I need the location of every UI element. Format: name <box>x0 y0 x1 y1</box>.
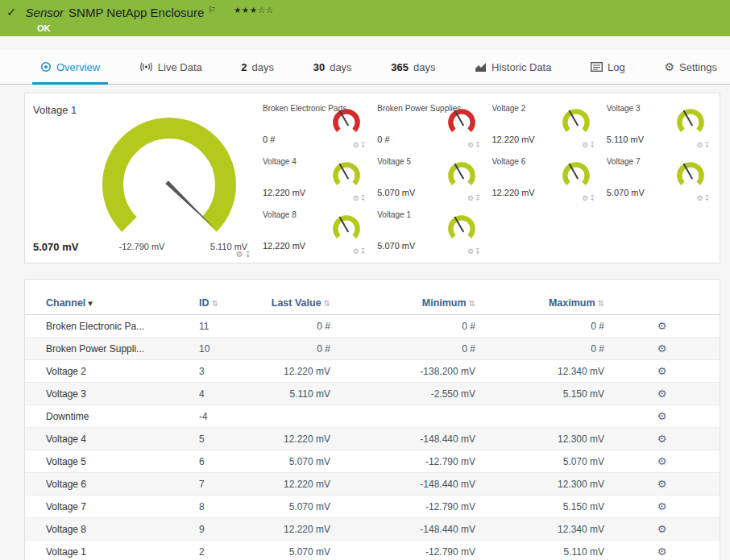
channel-settings-icon[interactable]: ⚙ <box>657 388 667 400</box>
gauge-gear-icon[interactable]: ⚙ <box>467 247 474 255</box>
gauge-actions: ⚙↧ <box>581 194 595 202</box>
sort-icon: ⇅ <box>598 299 604 308</box>
gauge-actions: ⚙↧ <box>352 194 367 202</box>
gauge-download-icon[interactable]: ↧ <box>703 194 710 202</box>
tab-log[interactable]: Log <box>581 50 635 84</box>
primary-gauge-label: Voltage 1 <box>33 104 77 116</box>
primary-gauge-min: -12.790 mV <box>102 242 182 251</box>
sort-icon: ⇅ <box>324 299 330 308</box>
cell-id: 2 <box>199 541 242 560</box>
tab-settings[interactable]: ⚙ Settings <box>654 50 727 84</box>
small-gauge[interactable]: Voltage 6 12.220 mV ⚙↧ <box>486 151 600 205</box>
channel-settings-icon[interactable]: ⚙ <box>657 455 667 467</box>
channel-table-panel: Channel▾ ID⇅ Last Value⇅ Minimum⇅ Maximu… <box>24 279 720 560</box>
gauge-value: 0 # <box>377 135 389 144</box>
cell-channel[interactable]: Voltage 1 <box>25 541 199 560</box>
small-gauge[interactable]: Voltage 2 12.220 mV ⚙↧ <box>486 98 600 151</box>
tab-live-data[interactable]: Live Data <box>130 50 212 84</box>
column-header-channel[interactable]: Channel▾ <box>25 291 199 315</box>
gauge-download-icon[interactable]: ↧ <box>703 141 710 149</box>
cell-settings: ⚙ <box>604 496 720 518</box>
gauge-actions: ⚙↧ <box>467 194 481 202</box>
gauge-actions: ⚙↧ <box>695 194 710 202</box>
gauge-download-icon[interactable]: ↧ <box>475 247 481 255</box>
tab-label: days <box>330 61 351 73</box>
channel-settings-icon[interactable]: ⚙ <box>657 500 667 512</box>
cell-channel[interactable]: Voltage 4 <box>25 428 199 450</box>
column-header-minimum[interactable]: Minimum⇅ <box>330 291 475 315</box>
small-gauge[interactable]: Voltage 4 12.220 mV ⚙↧ <box>256 151 371 205</box>
small-gauge[interactable]: Voltage 7 5.070 mV ⚙↧ <box>600 151 715 205</box>
gauge-download-icon[interactable]: ↧ <box>360 194 367 202</box>
cell-channel[interactable]: Voltage 3 <box>25 383 199 405</box>
cell-maximum: 12.340 mV <box>475 518 604 541</box>
gauge-download-icon[interactable]: ↧ <box>475 141 481 149</box>
column-header-last-value[interactable]: Last Value⇅ <box>242 291 330 315</box>
gauge-download-icon[interactable]: ↧ <box>360 247 367 255</box>
gauge-gear-icon[interactable]: ⚙ <box>696 194 703 202</box>
channel-settings-icon[interactable]: ⚙ <box>657 523 667 535</box>
gauge-gear-icon[interactable]: ⚙ <box>467 194 474 202</box>
tab-2-days[interactable]: 2 days <box>231 50 284 84</box>
cell-minimum: -148.440 mV <box>330 428 475 450</box>
cell-channel[interactable]: Broken Power Suppli... <box>25 338 199 360</box>
small-gauge[interactable]: Voltage 3 5.110 mV ⚙↧ <box>600 98 715 151</box>
cell-channel[interactable]: Voltage 5 <box>25 450 199 473</box>
column-header-maximum[interactable]: Maximum⇅ <box>475 291 604 315</box>
flag-icon[interactable]: ⚐ <box>208 5 216 15</box>
small-gauge[interactable]: Voltage 5 5.070 mV ⚙↧ <box>371 151 485 205</box>
gauge-value: 0 # <box>263 135 275 144</box>
gauge-gear-icon[interactable]: ⚙ <box>696 141 703 149</box>
gauge-gear-icon[interactable]: ⚙ <box>353 194 359 202</box>
gauge-gear-icon[interactable]: ⚙ <box>353 247 359 255</box>
channel-settings-icon[interactable]: ⚙ <box>657 545 667 558</box>
small-gauge[interactable]: Voltage 1 5.070 mV ⚙↧ <box>371 205 485 258</box>
cell-id: 10 <box>199 338 242 360</box>
gauge-gear-icon[interactable]: ⚙ <box>582 141 588 149</box>
gauge-gear-icon[interactable]: ⚙ <box>467 141 474 149</box>
gauge-download-icon[interactable]: ↧ <box>589 194 595 202</box>
gauge-gear-icon[interactable]: ⚙ <box>353 141 359 149</box>
gauge-download-icon[interactable]: ↧ <box>589 141 595 149</box>
cell-channel[interactable]: Downtime <box>25 405 199 428</box>
cell-channel[interactable]: Voltage 8 <box>25 518 199 541</box>
top-status-bar: ✓ Sensor SNMP NetApp Enclosure ⚐ ★★★☆☆ O… <box>0 0 730 36</box>
channel-settings-icon[interactable]: ⚙ <box>657 433 667 445</box>
tab-30-days[interactable]: 30 days <box>304 50 362 84</box>
tab-365-days[interactable]: 365 days <box>381 50 445 84</box>
gauge-download-icon[interactable]: ↧ <box>245 250 251 259</box>
cell-channel[interactable]: Voltage 2 <box>25 360 199 383</box>
channel-settings-icon[interactable]: ⚙ <box>657 365 667 377</box>
channel-settings-icon[interactable]: ⚙ <box>657 478 667 490</box>
cell-channel[interactable]: Voltage 6 <box>25 473 199 496</box>
tab-historic-data[interactable]: Historic Data <box>465 50 561 84</box>
small-gauge[interactable]: Voltage 8 12.220 mV ⚙↧ <box>256 205 371 258</box>
channel-settings-icon[interactable]: ⚙ <box>657 410 667 422</box>
gauge-actions: ⚙↧ <box>352 141 367 149</box>
gauge-download-icon[interactable]: ↧ <box>360 141 367 149</box>
cell-channel[interactable]: Voltage 7 <box>25 496 199 518</box>
cell-minimum: -12.790 mV <box>330 450 475 473</box>
cell-maximum <box>475 405 604 428</box>
primary-gauge[interactable]: Voltage 1 5.070 mV -12.790 mV 5.110 mV ⚙… <box>25 93 255 263</box>
cell-minimum: -12.790 mV <box>330 541 475 560</box>
tab-overview[interactable]: Overview <box>31 50 110 84</box>
cell-maximum: 12.340 mV <box>475 360 604 383</box>
priority-stars[interactable]: ★★★☆☆ <box>234 6 274 15</box>
table-row: Voltage 7 8 5.070 mV -12.790 mV 5.150 mV… <box>25 496 720 518</box>
gauge-actions: ⚙↧ <box>467 141 481 149</box>
gauge-dial <box>674 106 707 139</box>
small-gauge[interactable]: Broken Electronic Parts 0 # ⚙↧ <box>256 98 371 151</box>
gauge-gear-icon[interactable]: ⚙ <box>236 250 243 259</box>
channel-settings-icon[interactable]: ⚙ <box>657 342 667 355</box>
cell-channel[interactable]: Broken Electronic Pa... <box>25 315 199 338</box>
gauge-dial <box>560 106 592 139</box>
gauge-download-icon[interactable]: ↧ <box>475 194 481 202</box>
column-header-id[interactable]: ID⇅ <box>199 291 242 315</box>
gauge-gear-icon[interactable]: ⚙ <box>582 194 588 202</box>
channel-settings-icon[interactable]: ⚙ <box>657 320 667 332</box>
primary-gauge-actions: ⚙↧ <box>234 250 251 259</box>
cell-last-value: 5.070 mV <box>242 496 330 518</box>
cell-maximum: 5.150 mV <box>475 496 604 518</box>
small-gauge[interactable]: Broken Power Supplies 0 # ⚙↧ <box>371 98 485 151</box>
